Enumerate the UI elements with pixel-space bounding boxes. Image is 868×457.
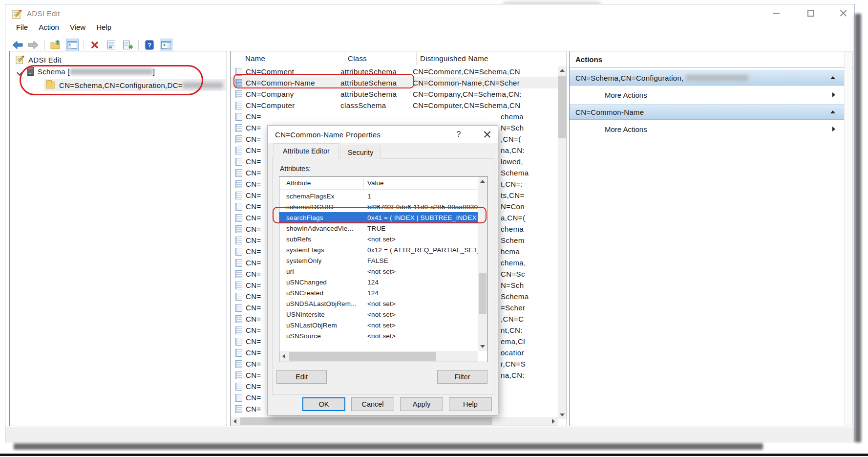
menu-item[interactable]: View <box>70 23 85 31</box>
schema-attribute-icon <box>235 169 242 177</box>
schema-attribute-icon <box>235 338 242 346</box>
dialog-close-button[interactable] <box>480 129 494 140</box>
actions-section-schema-context[interactable]: CN=Schema,CN=Configuration, <box>570 70 844 86</box>
attribute-row[interactable]: uSNSource <not set> <box>279 330 478 341</box>
attribute-value: <not set> <box>367 332 478 340</box>
scroll-down-button[interactable] <box>478 342 487 351</box>
console-tree-icon <box>67 41 77 49</box>
properties-icon <box>107 40 116 50</box>
attributes-label: Attributes: <box>280 165 311 173</box>
schema-object-row[interactable]: CN= chema <box>231 111 559 122</box>
properties-button[interactable] <box>105 39 118 51</box>
cancel-button[interactable]: Cancel <box>351 397 394 411</box>
back-button[interactable] <box>11 39 24 51</box>
divider <box>570 67 852 67</box>
window-title: ADSI Edit <box>27 9 60 18</box>
help-button[interactable]: Help <box>449 397 492 411</box>
menu-item[interactable]: Help <box>96 23 111 31</box>
attribute-row[interactable]: url <not set> <box>279 266 478 277</box>
dn-text: CN=Comment,CN=Schema,CN <box>413 66 520 77</box>
show-action-pane-button[interactable] <box>160 39 172 51</box>
row-class: classSchema <box>340 101 413 109</box>
dn-fragment-text: N=Sch <box>501 280 552 291</box>
list-vertical-scrollbar[interactable] <box>558 66 567 419</box>
toolbar-separator <box>138 40 139 50</box>
dialog-help-button[interactable]: ? <box>452 129 465 140</box>
more-actions-schema-context[interactable]: More Actions <box>570 87 844 102</box>
column-header-class[interactable]: Class <box>348 54 367 63</box>
dn-fragment-text: ,CN=C <box>501 313 552 325</box>
attribute-row[interactable]: systemFlags 0x12 = ( ATTR_REQ_PARTIAL_SE… <box>279 244 478 255</box>
ok-button[interactable]: OK <box>302 397 345 411</box>
dn-fragment-text: t,CN=: <box>501 178 552 190</box>
delete-button[interactable] <box>88 39 101 51</box>
up-one-level-button[interactable] <box>49 39 62 51</box>
collapse-icon[interactable] <box>830 110 835 113</box>
apply-button[interactable]: Apply <box>400 397 443 411</box>
schema-object-row[interactable]: CN=Company attributeSchema CN=Company,CN… <box>231 88 559 100</box>
schema-object-row[interactable]: CN=Computer classSchema CN=Computer,CN=S… <box>231 100 559 111</box>
attribute-row[interactable]: uSNCreated 124 <box>279 287 478 298</box>
edit-button[interactable]: Edit <box>276 370 327 384</box>
row-class: attributeSchema <box>340 90 413 98</box>
attribute-row[interactable]: systemOnly FALSE <box>279 255 478 266</box>
actions-section-common-name[interactable]: CN=Common-Name <box>570 104 844 120</box>
screenshot-bottom-border <box>0 454 868 456</box>
close-icon <box>484 131 490 138</box>
attribute-list-horizontal-scrollbar[interactable] <box>279 351 478 362</box>
action-pane-icon <box>161 41 171 49</box>
scrollbar-thumb[interactable] <box>558 76 566 138</box>
scroll-up-button[interactable] <box>478 177 487 186</box>
list-horizontal-scrollbar[interactable] <box>231 417 558 426</box>
attribute-name: USNIntersite <box>286 311 367 318</box>
attribute-row[interactable]: showInAdvancedVie... TRUE <box>279 223 478 234</box>
actions-scrollbar-track[interactable] <box>844 51 851 426</box>
toolbar-separator <box>44 40 45 50</box>
filter-button[interactable]: Filter <box>437 370 487 384</box>
minimize-button[interactable] <box>765 4 787 22</box>
attribute-name: url <box>286 268 367 275</box>
tab-security[interactable]: Security <box>340 146 381 159</box>
close-button[interactable] <box>832 4 854 22</box>
help-button[interactable]: ? <box>143 39 156 51</box>
collapse-icon[interactable] <box>830 76 835 79</box>
attribute-row[interactable]: uSNLastObjRem <not set> <box>279 320 478 330</box>
show-console-tree-button[interactable] <box>66 39 79 51</box>
attribute-value: <not set> <box>367 268 478 275</box>
dn-fragment-text: chema <box>501 223 552 235</box>
attribute-row[interactable]: USNIntersite <not set> <box>279 309 478 320</box>
attribute-value: <not set> <box>367 322 478 329</box>
schema-attribute-icon <box>235 259 242 267</box>
attribute-row[interactable]: subRefs <not set> <box>279 234 478 244</box>
export-list-button[interactable] <box>122 39 134 51</box>
scrollbar-thumb[interactable] <box>240 417 492 425</box>
attribute-row[interactable]: uSNChanged 124 <box>279 277 478 287</box>
schema-attribute-icon <box>235 203 242 211</box>
scroll-left-button[interactable] <box>231 417 239 426</box>
dn-fragment-text: chema, <box>501 257 552 268</box>
tab-attribute-editor[interactable]: Attribute Editor <box>274 143 339 159</box>
title-bar[interactable]: ADSI Edit <box>5 4 854 23</box>
attribute-row[interactable]: schemaFlagsEx 1 <box>279 191 478 201</box>
menu-item[interactable]: Action <box>39 23 59 31</box>
scrollbar-thumb[interactable] <box>479 273 487 314</box>
tree-item-adsi-edit[interactable]: ADSI Edit <box>16 55 62 64</box>
attribute-list-vertical-scrollbar[interactable] <box>478 177 487 351</box>
up-folder-icon <box>50 40 61 50</box>
column-header-attribute[interactable]: Attribute <box>286 179 311 187</box>
scroll-down-button[interactable] <box>558 411 567 419</box>
more-actions-common-name[interactable]: More Actions <box>570 122 844 136</box>
maximize-button[interactable] <box>799 4 822 22</box>
scroll-right-button[interactable] <box>549 417 558 426</box>
scroll-up-button[interactable] <box>558 66 567 75</box>
attribute-value: FALSE <box>367 257 478 264</box>
column-header-name[interactable]: Name <box>245 54 265 63</box>
scroll-left-button[interactable] <box>279 351 288 362</box>
column-header-value[interactable]: Value <box>367 179 384 187</box>
menu-item[interactable]: File <box>16 23 28 31</box>
forward-button[interactable] <box>27 39 40 51</box>
column-header-distinguished-name[interactable]: Distinguished Name <box>420 54 488 63</box>
scrollbar-thumb[interactable] <box>289 352 436 361</box>
scroll-up-icon <box>480 180 485 183</box>
attribute-row[interactable]: uSNDSALastObjRem... <not set> <box>279 298 478 309</box>
